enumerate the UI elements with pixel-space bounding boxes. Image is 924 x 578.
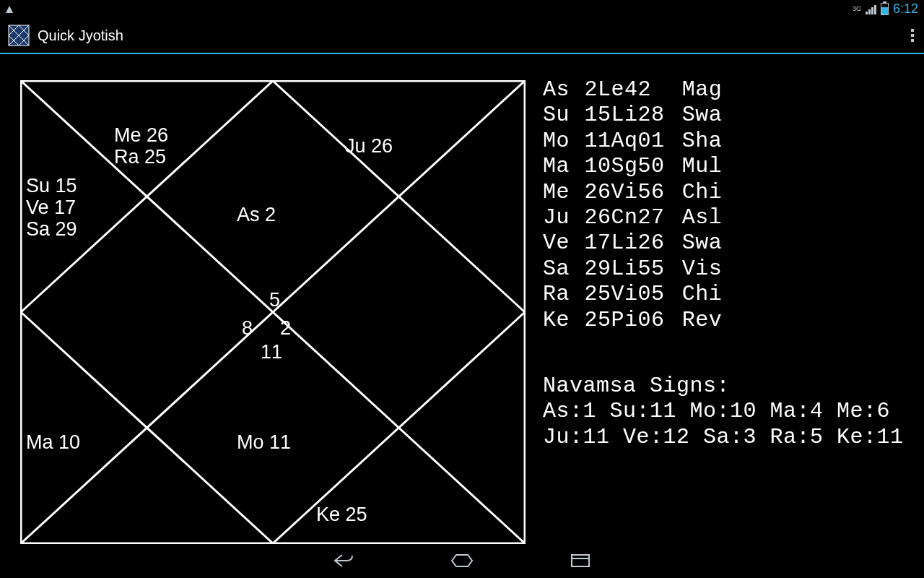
- recent-apps-button[interactable]: [565, 545, 596, 577]
- planet-abbr: Ve: [543, 230, 585, 256]
- position-row: Sa29Li55Vis: [543, 256, 904, 282]
- chart-h3-c: Sa 29: [26, 218, 77, 240]
- home-button[interactable]: [446, 545, 478, 577]
- chart-h3-a: Su 15: [26, 175, 77, 197]
- svg-rect-16: [572, 555, 589, 558]
- app-icon[interactable]: [6, 22, 32, 48]
- planet-nak: Mag: [682, 77, 723, 103]
- navamsa-line2: Ju:11 Ve:12 Sa:3 Ra:5 Ke:11: [543, 425, 904, 450]
- chart-center-bottom: 11: [261, 341, 282, 363]
- svg-marker-14: [452, 555, 472, 566]
- signal-icon: [866, 4, 876, 14]
- planet-abbr: As: [543, 77, 585, 103]
- planet-pos: 25Vi05: [585, 282, 682, 307]
- jyotish-chart: As 2 Me 26 Ra 25 Su 15 Ve 17 Sa 29 Ma 10…: [20, 80, 526, 544]
- main-area: As 2 Me 26 Ra 25 Su 15 Ve 17 Sa 29 Ma 10…: [0, 54, 924, 543]
- overflow-menu-icon[interactable]: [907, 25, 918, 46]
- planet-pos: 11Aq01: [585, 129, 682, 154]
- planet-pos: 10Sg50: [585, 154, 682, 179]
- planet-pos: 26Cn27: [585, 205, 682, 230]
- planet-nak: Mul: [682, 154, 723, 179]
- chart-h1: As 2: [237, 204, 276, 225]
- planet-pos: 26Vi56: [585, 180, 682, 205]
- planet-abbr: Ra: [543, 282, 585, 307]
- planet-nak: Swa: [682, 103, 723, 128]
- planet-pos: 2Le42: [585, 77, 682, 103]
- chart-h2-a: Me 26: [114, 124, 168, 146]
- planet-nak: Sha: [682, 129, 723, 154]
- planet-abbr: Mo: [543, 129, 585, 154]
- planet-nak: Vis: [682, 256, 723, 282]
- action-bar: Quick Jyotish: [0, 18, 924, 54]
- planet-nak: Chi: [682, 282, 723, 307]
- planet-pos: 15Li28: [585, 103, 682, 128]
- chart-center-top: 5: [269, 289, 280, 311]
- status-clock: 6:12: [893, 1, 918, 17]
- planet-pos: 25Pi06: [585, 308, 682, 333]
- chart-h3-b: Ve 17: [26, 197, 76, 218]
- network-label: 3G: [853, 6, 861, 12]
- chart-center-left: 8: [242, 317, 253, 339]
- position-row: Ke25Pi06Rev: [543, 308, 904, 333]
- planet-pos: 29Li55: [585, 256, 682, 282]
- position-row: Ve17Li26Swa: [543, 230, 904, 256]
- planet-abbr: Ma: [543, 154, 585, 179]
- chart-h7: Mo 11: [237, 431, 291, 453]
- position-row: Ju26Cn27Asl: [543, 205, 904, 230]
- status-bar: 3G 6:12: [0, 0, 924, 18]
- navigation-bar: [0, 543, 924, 578]
- position-row: As 2Le42Mag: [543, 77, 904, 103]
- position-row: Me26Vi56Chi: [543, 180, 904, 205]
- position-row: Ma10Sg50Mul: [543, 154, 904, 179]
- planet-nak: Chi: [682, 180, 723, 205]
- planet-pos: 17Li26: [585, 230, 682, 256]
- navamsa-line1: As:1 Su:11 Mo:10 Ma:4 Me:6: [543, 399, 904, 424]
- warning-icon: [6, 6, 13, 13]
- navamsa-title: Navamsa Signs:: [543, 374, 904, 399]
- chart-h2-b: Ra 25: [114, 146, 166, 168]
- planet-abbr: Su: [543, 103, 585, 128]
- chart-h8: Ke 25: [316, 504, 367, 525]
- planet-abbr: Ke: [543, 308, 585, 333]
- planet-abbr: Me: [543, 180, 585, 205]
- planet-nak: Rev: [682, 308, 723, 333]
- app-title: Quick Jyotish: [38, 27, 123, 44]
- chart-h12: Ju 26: [345, 135, 393, 157]
- planet-nak: Swa: [682, 230, 723, 256]
- back-button[interactable]: [328, 545, 359, 577]
- planet-nak: Asl: [682, 205, 723, 230]
- planet-abbr: Ju: [543, 205, 585, 230]
- position-row: Mo11Aq01Sha: [543, 129, 904, 154]
- chart-center-right: 2: [280, 317, 291, 339]
- battery-icon: [881, 3, 889, 15]
- chart-h5: Ma 10: [26, 431, 80, 453]
- planet-abbr: Sa: [543, 256, 585, 282]
- planet-positions: As 2Le42MagSu15Li28SwaMo11Aq01ShaMa10Sg5…: [543, 77, 904, 450]
- svg-rect-15: [572, 555, 589, 566]
- position-row: Su15Li28Swa: [543, 103, 904, 128]
- position-row: Ra25Vi05Chi: [543, 282, 904, 307]
